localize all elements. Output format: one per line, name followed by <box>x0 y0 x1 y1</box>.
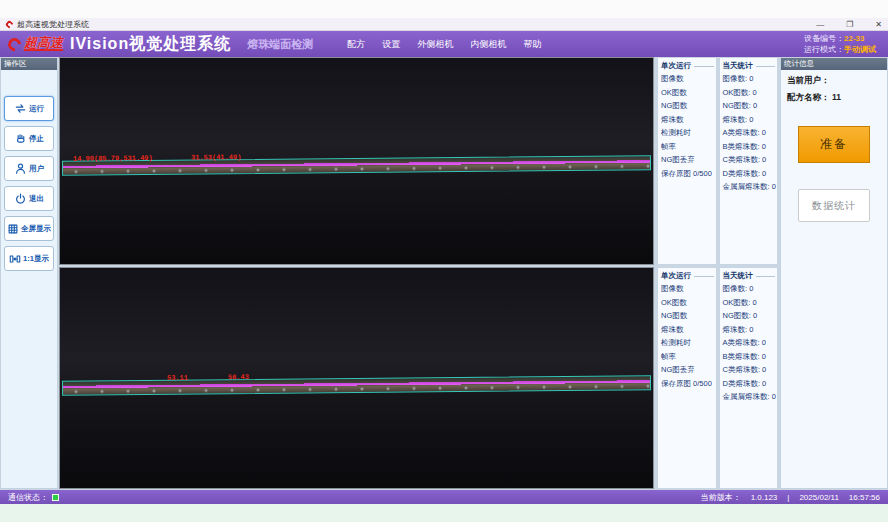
menu-item-inner-camera[interactable]: 内侧相机 <box>470 38 506 51</box>
data-statistics-button[interactable]: 数据统计 <box>798 189 870 222</box>
strip-roi-overlay: 14.90(85.79,531.49) 31.53(41.49) <box>62 155 651 176</box>
stat-row: A类熔珠数: 0 <box>720 126 778 140</box>
stat-row: 熔珠数 <box>658 113 716 127</box>
strip-roi-overlay: 53.11 56.43 <box>62 375 651 396</box>
menu-bar: 配方 设置 外侧相机 内侧相机 帮助 <box>347 38 541 51</box>
fullscreen-grid-icon <box>7 223 19 235</box>
stat-row: 帧率 <box>658 140 716 154</box>
daily-stats-title: 当天统计 <box>720 58 778 72</box>
user-icon <box>14 162 27 175</box>
prepare-button[interactable]: 准备 <box>798 126 870 163</box>
one-to-one-button[interactable]: 1:1显示 <box>4 246 54 271</box>
stat-row: 金属屑熔珠数: 0 <box>720 390 778 404</box>
camera-viewport-outer[interactable]: 14.90(85.79,531.49) 31.53(41.49) <box>59 57 654 265</box>
app-subtitle: 熔珠端面检测 <box>247 37 313 52</box>
window-titlebar: 超高速视觉处理系统 — ❐ ✕ <box>0 18 888 31</box>
page-title: IVision视觉处理系统 <box>70 34 231 55</box>
single-run-stats: 单次运行 图像数 OK图数 NG图数 熔珠数 检测耗时 帧率 NG图丢弃 保存原… <box>657 57 717 265</box>
power-icon <box>14 192 27 205</box>
brand-swirl-icon <box>5 35 23 53</box>
menu-item-recipe[interactable]: 配方 <box>347 38 365 51</box>
stat-row: C类熔珠数: 0 <box>720 153 778 167</box>
stat-row: B类熔珠数: 0 <box>720 350 778 364</box>
single-run-stats: 单次运行 图像数 OK图数 NG图数 熔珠数 检测耗时 帧率 NG图丢弃 保存原… <box>657 267 717 489</box>
stat-row: OK图数 <box>658 296 716 310</box>
recipe-name-value: 11 <box>832 92 841 102</box>
desktop-area <box>0 504 888 522</box>
status-separator: | <box>787 493 789 502</box>
stat-row: OK图数: 0 <box>720 296 778 310</box>
statistics-info-panel: 统计信息 当前用户： 配方名称： 11 准备 数据统计 <box>780 57 888 489</box>
stat-row: 图像数: 0 <box>720 282 778 296</box>
user-button-label: 用户 <box>29 164 44 174</box>
status-time: 16:57:56 <box>849 493 880 502</box>
stat-row: 检测耗时 <box>658 126 716 140</box>
single-run-title: 单次运行 <box>658 58 716 72</box>
minimize-button[interactable]: — <box>816 20 824 29</box>
measurement-annotation: 31.53(41.49) <box>191 153 241 161</box>
stat-row: OK图数 <box>658 86 716 100</box>
current-user-label: 当前用户： <box>787 75 830 85</box>
stat-row: NG图数 <box>658 309 716 323</box>
status-bar: 通信状态： 当前版本： 1.0.123 | 2025/02/11 16:57:5… <box>0 490 888 504</box>
stat-row: 保存原图 0/500 <box>658 377 716 391</box>
stat-row: 图像数 <box>658 72 716 86</box>
close-button[interactable]: ✕ <box>875 20 882 29</box>
daily-stats: 当天统计 图像数: 0 OK图数: 0 NG图数: 0 熔珠数: 0 A类熔珠数… <box>719 267 779 489</box>
stat-row: NG图丢弃 <box>658 153 716 167</box>
device-info: 设备编号：22-33 运行模式：手动调试 <box>804 33 880 55</box>
status-date: 2025/02/11 <box>799 493 838 502</box>
stat-row: C类熔珠数: 0 <box>720 363 778 377</box>
user-button[interactable]: 用户 <box>4 156 54 181</box>
version-label: 当前版本： <box>701 492 741 503</box>
stat-row: B类熔珠数: 0 <box>720 140 778 154</box>
stat-row: NG图数 <box>658 99 716 113</box>
device-number-value: 22-33 <box>844 34 864 43</box>
measurement-annotation: 53.11 <box>167 374 188 382</box>
camera-viewport-inner[interactable]: 53.11 56.43 <box>59 267 654 489</box>
hand-stop-icon <box>14 132 27 145</box>
stop-button-label: 停止 <box>29 134 44 144</box>
menu-item-outer-camera[interactable]: 外侧相机 <box>417 38 453 51</box>
stat-row: OK图数: 0 <box>720 86 778 100</box>
run-button[interactable]: 运行 <box>4 96 54 121</box>
brand-name: 超高速 <box>24 37 63 51</box>
window-title: 超高速视觉处理系统 <box>17 19 89 30</box>
run-button-label: 运行 <box>29 104 44 114</box>
fullscreen-button-label: 全屏显示 <box>21 224 51 234</box>
app-header: 超高速 IVision视觉处理系统 熔珠端面检测 配方 设置 外侧相机 内侧相机… <box>0 31 888 57</box>
run-mode-label: 运行模式： <box>804 45 844 54</box>
stat-row: NG图数: 0 <box>720 309 778 323</box>
stat-row: 保存原图 0/500 <box>658 167 716 181</box>
recipe-name-label: 配方名称： <box>787 92 830 102</box>
single-run-title: 单次运行 <box>658 268 716 282</box>
exit-button[interactable]: 退出 <box>4 186 54 211</box>
fullscreen-button[interactable]: 全屏显示 <box>4 216 54 241</box>
app-logo-icon <box>5 19 15 29</box>
stat-row: A类熔珠数: 0 <box>720 336 778 350</box>
daily-stats-title: 当天统计 <box>720 268 778 282</box>
stat-row: D类熔珠数: 0 <box>720 167 778 181</box>
stat-row: 熔珠数 <box>658 323 716 337</box>
stat-row: 帧率 <box>658 350 716 364</box>
daily-stats: 当天统计 图像数: 0 OK图数: 0 NG图数: 0 熔珠数: 0 A类熔珠数… <box>719 57 779 265</box>
stat-row: 熔珠数: 0 <box>720 323 778 337</box>
device-number-label: 设备编号： <box>804 34 844 43</box>
run-mode-value: 手动调试 <box>844 45 876 54</box>
one-to-one-button-label: 1:1显示 <box>23 254 49 264</box>
menu-item-help[interactable]: 帮助 <box>523 38 541 51</box>
stat-row: 图像数 <box>658 282 716 296</box>
stop-button[interactable]: 停止 <box>4 126 54 151</box>
maximize-button[interactable]: ❐ <box>846 20 853 29</box>
sidebar-title: 操作区 <box>1 58 57 70</box>
stat-row: NG图丢弃 <box>658 363 716 377</box>
run-icon <box>14 102 27 115</box>
measurement-annotation: 56.43 <box>228 373 249 381</box>
stat-row: 检测耗时 <box>658 336 716 350</box>
comm-status-indicator <box>52 494 59 501</box>
exit-button-label: 退出 <box>29 194 44 204</box>
stat-row: NG图数: 0 <box>720 99 778 113</box>
menu-item-settings[interactable]: 设置 <box>382 38 400 51</box>
comm-status-label: 通信状态： <box>8 492 48 503</box>
stat-row: 熔珠数: 0 <box>720 113 778 127</box>
